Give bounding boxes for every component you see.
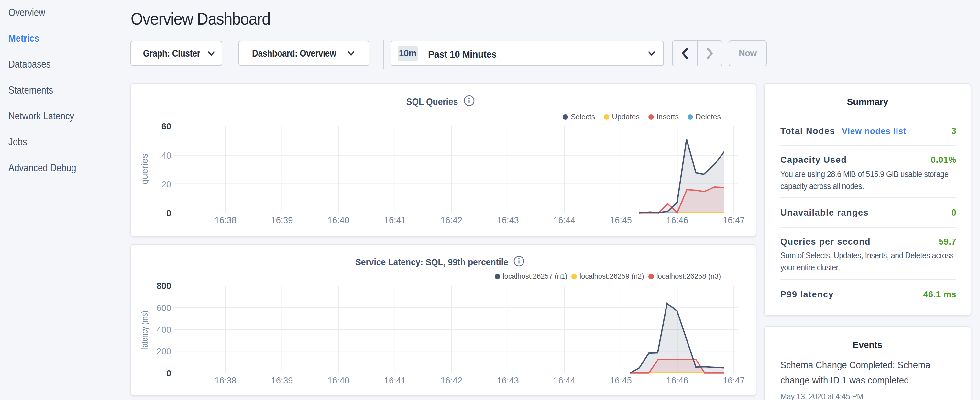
- svg-text:16:43: 16:43: [497, 215, 519, 225]
- svg-text:16:38: 16:38: [215, 376, 237, 386]
- svg-text:16:40: 16:40: [328, 215, 349, 225]
- svg-text:16:40: 16:40: [328, 376, 349, 386]
- svg-text:16:45: 16:45: [610, 215, 632, 225]
- svg-text:16:46: 16:46: [667, 215, 689, 225]
- svg-text:16:39: 16:39: [271, 376, 293, 386]
- svg-text:16:44: 16:44: [554, 376, 576, 386]
- svg-text:16:41: 16:41: [384, 376, 406, 386]
- svg-text:16:44: 16:44: [554, 215, 576, 225]
- svg-text:0: 0: [166, 209, 171, 218]
- svg-text:40: 40: [161, 151, 171, 161]
- svg-text:16:42: 16:42: [440, 215, 462, 225]
- svg-text:60: 60: [161, 122, 171, 131]
- svg-text:16:45: 16:45: [610, 376, 632, 386]
- svg-text:16:43: 16:43: [497, 376, 519, 386]
- svg-text:queries: queries: [140, 153, 150, 185]
- svg-text:16:47: 16:47: [723, 376, 745, 386]
- svg-text:16:42: 16:42: [440, 376, 462, 386]
- svg-text:latency (ms): latency (ms): [140, 311, 150, 349]
- svg-text:16:47: 16:47: [723, 215, 745, 225]
- svg-text:0: 0: [166, 369, 171, 378]
- svg-text:400: 400: [157, 325, 171, 335]
- svg-text:16:39: 16:39: [271, 215, 293, 225]
- svg-text:600: 600: [157, 303, 171, 313]
- svg-text:16:38: 16:38: [215, 215, 237, 225]
- svg-text:16:41: 16:41: [384, 215, 406, 225]
- svg-text:200: 200: [157, 347, 171, 356]
- svg-text:20: 20: [161, 180, 171, 189]
- svg-text:16:46: 16:46: [667, 376, 689, 386]
- svg-text:800: 800: [157, 281, 171, 291]
